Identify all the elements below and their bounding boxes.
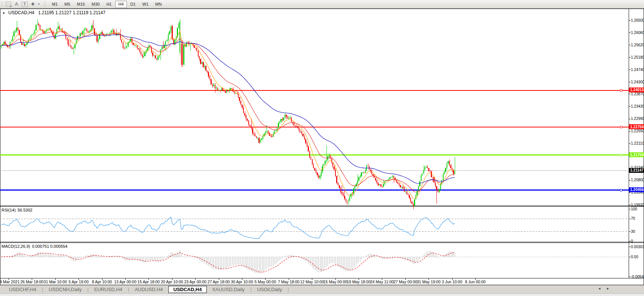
svg-text:8 Jun 00:00: 8 Jun 00:00: [465, 280, 486, 284]
collapse-arrow-icon: ▼: [2, 12, 5, 15]
price-tags: 1.240131.227041.217041.204561.21147: [629, 87, 644, 192]
chart-title: ▼ USDCAD,H4 1.21195 1.21227 1.21119 1.21…: [2, 10, 105, 15]
chart-area[interactable]: 1.265001.260601.256201.251801.247401.243…: [0, 9, 644, 285]
svg-text:1.22704: 1.22704: [630, 125, 644, 129]
mt4-window: F A T ❖ ▼ M1M5M15M30H1H4D1W1MN 1.265001.…: [0, 0, 644, 296]
chart-title-ohlc: 1.21195 1.21227 1.21119 1.21147: [38, 10, 105, 15]
svg-text:24 Mar 2021: 24 Mar 2021: [0, 280, 20, 284]
text-label-tool-button[interactable]: A: [12, 1, 21, 8]
macd-pane: [0, 250, 629, 273]
svg-text:30: 30: [631, 229, 635, 234]
price-axis[interactable]: 1.265001.260601.256201.251801.247401.243…: [629, 18, 644, 279]
horizontal-lines[interactable]: [0, 89, 629, 191]
svg-text:27 Apr 18:00: 27 Apr 18:00: [208, 280, 230, 284]
timeframe-button-d1[interactable]: D1: [128, 1, 139, 8]
fibonacci-icon: F: [6, 1, 11, 7]
rsi-pane: [0, 217, 629, 239]
svg-text:1.26060: 1.26060: [631, 31, 644, 35]
svg-text:24 May 11:00: 24 May 11:00: [370, 280, 394, 284]
svg-text:26 Mar 18:00: 26 Mar 18:00: [20, 280, 43, 284]
pane-frame: [0, 9, 644, 285]
chart-title-symbol: USDCAD,H4: [8, 10, 34, 15]
svg-text:0: 0: [631, 239, 633, 243]
svg-text:1.23870: 1.23870: [631, 92, 644, 96]
svg-text:31 May 19:00: 31 May 19:00: [417, 280, 441, 284]
symbol-tab-usdcnh-daily[interactable]: USDCNH,Daily: [43, 286, 87, 293]
svg-text:1.22110: 1.22110: [631, 141, 644, 145]
text-box-tool-button[interactable]: T: [21, 1, 29, 8]
svg-text:1.21704: 1.21704: [630, 153, 644, 157]
svg-text:27 May 00:00: 27 May 00:00: [393, 280, 417, 284]
text-t-icon: T: [22, 1, 28, 7]
symbol-tab-usdcad-h4[interactable]: USDCAD,H4: [168, 286, 207, 293]
time-axis[interactable]: 24 Mar 202126 Mar 18:0031 Mar 10:005 Apr…: [0, 278, 486, 284]
timeframe-button-w1[interactable]: W1: [139, 1, 152, 8]
macd-label: MACD(12,26,9)0.000751 0.000554: [1, 244, 67, 249]
svg-text:1.22550: 1.22550: [631, 129, 644, 133]
fibonacci-tool-button[interactable]: F: [4, 1, 12, 8]
timeframe-button-m5[interactable]: M5: [61, 1, 73, 8]
timeframe-button-m30[interactable]: M30: [89, 1, 102, 8]
svg-text:23 Apr 00:00: 23 Apr 00:00: [184, 280, 206, 284]
svg-text:1.20800: 1.20800: [631, 178, 644, 182]
svg-text:5 Apr 19:00: 5 Apr 19:00: [68, 280, 89, 284]
svg-text:15 May 00:00: 15 May 00:00: [323, 280, 347, 284]
svg-text:-0.00542: -0.00542: [631, 275, 644, 279]
timeframe-button-mn[interactable]: MN: [152, 1, 165, 8]
text-a-icon: A: [15, 1, 18, 7]
moving-averages: [1, 30, 455, 198]
symbol-tab-eurusd-h4[interactable]: EURUSD,H4: [89, 286, 128, 293]
svg-text:1.23430: 1.23430: [631, 104, 644, 108]
tool-dropdown-caret[interactable]: ▼: [37, 1, 41, 8]
toolbar-grip-2[interactable]: [44, 1, 46, 7]
svg-text:13 Apr 00:00: 13 Apr 00:00: [114, 280, 137, 284]
symbol-tab-audusd-h4[interactable]: AUDUSD,H4: [129, 286, 168, 293]
svg-text:1.22990: 1.22990: [631, 117, 644, 121]
chart-window: 1.265001.260601.256201.251801.247401.243…: [0, 9, 644, 285]
timeframe-button-m1[interactable]: M1: [49, 1, 61, 8]
timeframe-button-m15[interactable]: M15: [74, 1, 88, 8]
svg-text:1.25180: 1.25180: [631, 55, 644, 59]
symbol-tab-usdchf-h4[interactable]: USDCHF,H4: [4, 286, 42, 293]
svg-text:0.003035: 0.003035: [631, 245, 644, 249]
svg-text:20 Apr 10:00: 20 Apr 10:00: [161, 280, 183, 284]
svg-text:1.19920: 1.19920: [631, 203, 644, 207]
svg-text:0.00: 0.00: [631, 255, 638, 259]
svg-text:3 Jun 10:00: 3 Jun 10:00: [442, 280, 462, 284]
svg-text:100: 100: [631, 207, 637, 211]
svg-text:30 Apr 10:00: 30 Apr 10:00: [231, 280, 253, 284]
candlesticks: [1, 19, 455, 209]
toolbar-grip[interactable]: [1, 1, 3, 7]
symbol-tabbar: USDCHF,H4|USDCNH,Daily|EURUSD,H4|AUDUSD,…: [0, 285, 644, 293]
svg-text:1.21147: 1.21147: [630, 168, 644, 172]
svg-text:12 May 10:00: 12 May 10:00: [300, 280, 324, 284]
status-bar: [0, 293, 644, 296]
symbol-tab-usoil-daily[interactable]: USOil,Daily: [252, 286, 287, 293]
tab-separator: |: [287, 287, 289, 292]
svg-text:8 Apr 10:00: 8 Apr 10:00: [92, 280, 112, 284]
svg-text:1.25620: 1.25620: [631, 43, 644, 47]
symbol-tab-xauusd-daily[interactable]: XAUUSD,Daily: [207, 286, 250, 293]
cursor-arrows-tool-button[interactable]: ❖: [29, 1, 37, 8]
svg-text:31 Mar 10:00: 31 Mar 10:00: [44, 280, 67, 284]
svg-text:7 May 18:00: 7 May 18:00: [278, 280, 300, 284]
svg-text:1.24013: 1.24013: [630, 88, 644, 92]
tab-scroll-left-icon[interactable]: ◄: [598, 287, 601, 290]
timeframe-button-h1[interactable]: H1: [103, 1, 114, 8]
svg-text:5 May 00:00: 5 May 00:00: [255, 280, 276, 284]
toolbar: F A T ❖ ▼ M1M5M15M30H1H4D1W1MN: [0, 0, 644, 9]
svg-text:19 May 18:00: 19 May 18:00: [347, 280, 371, 284]
svg-text:1.20456: 1.20456: [630, 188, 644, 192]
rsi-label: RSI(14)56.5302: [1, 208, 33, 212]
tab-scroll-right-icon[interactable]: ►: [606, 287, 610, 290]
svg-text:15 Apr 18:00: 15 Apr 18:00: [138, 280, 160, 284]
svg-text:1.24300: 1.24300: [631, 80, 644, 84]
svg-text:1.26500: 1.26500: [631, 18, 644, 22]
cursor-arrows-icon: ❖: [31, 1, 35, 7]
timeframe-button-h4[interactable]: H4: [115, 1, 126, 8]
svg-text:70: 70: [631, 216, 635, 221]
svg-text:1.24740: 1.24740: [631, 68, 644, 72]
